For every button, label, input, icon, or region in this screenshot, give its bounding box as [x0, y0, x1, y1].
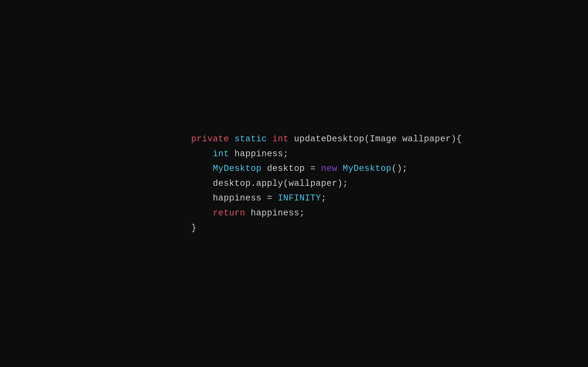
closing-brace: }: [191, 223, 197, 233]
keyword-int: int: [272, 134, 289, 144]
line5-text2: ;: [321, 193, 327, 203]
line4-text: desktop.apply(wallpaper);: [213, 178, 348, 188]
line3-rest1: desktop =: [262, 164, 321, 173]
space2: [267, 134, 272, 144]
keyword-infinity: INFINITY: [278, 193, 321, 203]
code-line-4: desktop.apply(wallpaper);: [191, 176, 462, 191]
code-line-2: int happiness;: [191, 147, 462, 161]
line6-rest: happiness;: [245, 208, 305, 218]
line2-rest: happiness;: [229, 149, 288, 159]
keyword-mydesktop2: MyDesktop: [343, 164, 391, 173]
keyword-private: private: [191, 134, 229, 144]
space: [229, 134, 234, 144]
code-block: private static int updateDesktop(Image w…: [191, 132, 462, 235]
code-line-6: return happiness;: [191, 206, 462, 221]
code-line-3: MyDesktop desktop = new MyDesktop();: [191, 161, 462, 176]
line1-rest: updateDesktop(Image wallpaper){: [288, 134, 462, 144]
code-line-5: happiness = INFINITY;: [191, 191, 462, 206]
keyword-new: new: [321, 164, 337, 173]
line5-text1: happiness =: [213, 193, 278, 203]
keyword-int2: int: [213, 149, 229, 159]
code-line-7: }: [191, 220, 462, 235]
line3-rest2: [337, 164, 343, 173]
line3-paren: ();: [391, 164, 408, 173]
keyword-return: return: [213, 208, 245, 218]
keyword-static: static: [234, 134, 267, 144]
code-line-1: private static int updateDesktop(Image w…: [191, 132, 462, 147]
keyword-mydesktop: MyDesktop: [213, 164, 262, 173]
